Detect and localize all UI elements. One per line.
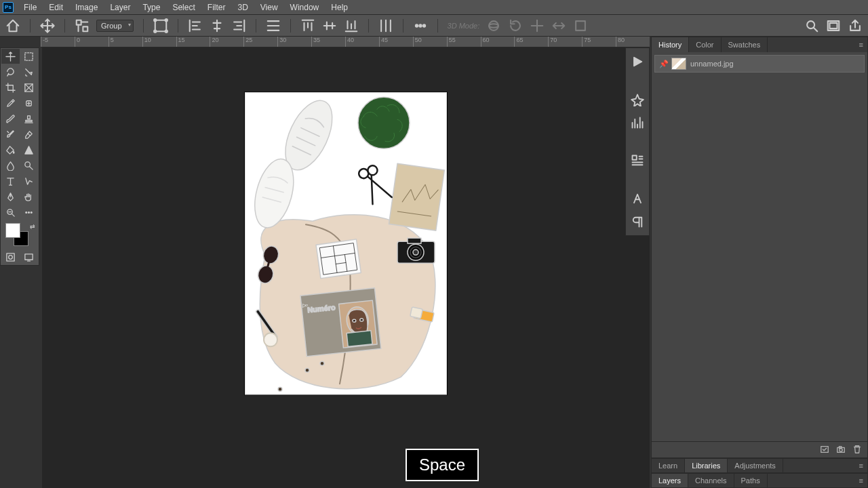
menubar: Ps File Edit Image Layer Type Select Fil… xyxy=(0,0,868,15)
tab-learn[interactable]: Learn xyxy=(652,459,685,472)
path-tool[interactable] xyxy=(20,174,39,188)
tab-libraries[interactable]: Libraries xyxy=(685,459,728,472)
bucket-tool[interactable] xyxy=(1,142,20,157)
dodge-tool[interactable] xyxy=(20,158,39,173)
menu-window[interactable]: Window xyxy=(284,1,326,14)
histogram-icon[interactable] xyxy=(631,116,644,129)
menu-filter[interactable]: Filter xyxy=(201,1,232,14)
swap-colors-icon[interactable]: ⇄ xyxy=(30,223,35,230)
ruler-horizontal[interactable]: -50510152025303540455055606570758085 xyxy=(41,37,650,47)
hand-tool[interactable] xyxy=(20,189,39,204)
svg-point-57 xyxy=(360,319,363,322)
menu-view[interactable]: View xyxy=(254,1,284,14)
color-swatch[interactable]: ⇄ xyxy=(1,222,38,247)
properties-icon[interactable] xyxy=(631,154,644,167)
tab-history[interactable]: History xyxy=(652,37,689,52)
separator xyxy=(368,19,369,33)
ruler-tick: 10 xyxy=(142,37,151,47)
new-snapshot-icon[interactable] xyxy=(820,445,829,455)
quickmask-tool[interactable] xyxy=(1,249,20,264)
frame-icon[interactable] xyxy=(826,18,841,33)
tab-color[interactable]: Color xyxy=(689,37,721,52)
character-icon[interactable] xyxy=(631,192,644,205)
more-options-icon[interactable] xyxy=(413,18,428,33)
history-thumbnail xyxy=(671,58,686,70)
document[interactable]: Numéro xyxy=(245,92,447,394)
pen-tool[interactable] xyxy=(1,189,20,204)
auto-select-icon[interactable] xyxy=(75,18,90,33)
history-brush-tool[interactable] xyxy=(1,127,20,142)
search-icon[interactable] xyxy=(804,18,819,33)
panel-menu-icon[interactable]: ≡ xyxy=(855,474,867,487)
align-left-icon[interactable] xyxy=(188,18,203,33)
screenmode-tool[interactable] xyxy=(20,249,39,264)
gradient-tool[interactable] xyxy=(20,142,39,157)
mode-label: 3D Mode: xyxy=(448,22,480,30)
distribute-icon[interactable] xyxy=(266,18,281,33)
svg-point-62 xyxy=(840,448,842,451)
tab-layers[interactable]: Layers xyxy=(652,474,688,487)
canvas-area[interactable]: Numéro ▫ xyxy=(42,47,650,488)
marquee-tool[interactable] xyxy=(20,49,39,64)
align-bottom-icon[interactable] xyxy=(344,18,359,33)
play-icon[interactable] xyxy=(631,55,644,68)
tab-swatches[interactable]: Swatches xyxy=(722,37,768,52)
separator xyxy=(30,19,31,33)
home-icon[interactable] xyxy=(5,18,20,33)
quick-select-tool[interactable] xyxy=(20,64,39,79)
pushpin-icon: 📌 xyxy=(659,60,667,68)
align-top-icon[interactable] xyxy=(300,18,315,33)
lasso-tool[interactable] xyxy=(1,64,20,79)
transform-controls-icon[interactable] xyxy=(153,18,168,33)
ruler-tick: 75 xyxy=(582,37,591,47)
eyedropper-tool[interactable] xyxy=(1,96,20,110)
menu-help[interactable]: Help xyxy=(325,1,354,14)
ruler-tick: 5 xyxy=(108,37,114,47)
foreground-color[interactable] xyxy=(5,223,20,238)
menu-file[interactable]: File xyxy=(18,1,43,14)
align-vcenter-icon[interactable] xyxy=(322,18,337,33)
frame-tool[interactable] xyxy=(20,80,39,95)
svg-rect-0 xyxy=(77,20,81,24)
zoom-tool[interactable] xyxy=(1,205,20,220)
menu-edit[interactable]: Edit xyxy=(43,1,69,14)
type-tool[interactable] xyxy=(1,174,20,188)
menu-select[interactable]: Select xyxy=(166,1,201,14)
menu-type[interactable]: Type xyxy=(136,1,166,14)
panel-menu-icon[interactable]: ≡ xyxy=(855,37,867,52)
navigator-icon[interactable] xyxy=(631,93,644,106)
align-right-icon[interactable] xyxy=(231,18,246,33)
menu-image[interactable]: Image xyxy=(69,1,104,14)
ruler-tick: 65 xyxy=(514,37,523,47)
share-icon[interactable] xyxy=(848,18,863,33)
svg-rect-43 xyxy=(408,238,421,243)
menu-3d[interactable]: 3D xyxy=(231,1,254,14)
auto-select-dropdown[interactable]: Group xyxy=(96,20,134,32)
tab-paths[interactable]: Paths xyxy=(734,474,768,487)
svg-rect-26 xyxy=(25,253,33,259)
svg-rect-2 xyxy=(155,20,166,31)
separator xyxy=(437,19,438,33)
panel-menu-icon[interactable]: ≡ xyxy=(855,459,867,472)
move-tool-icon[interactable] xyxy=(40,18,55,33)
svg-point-56 xyxy=(353,319,356,323)
blur-tool[interactable] xyxy=(1,158,20,173)
stamp-tool[interactable] xyxy=(20,111,39,126)
ruler-tick: 30 xyxy=(277,37,286,47)
menu-layer[interactable]: Layer xyxy=(104,1,136,14)
edit-toolbar[interactable] xyxy=(20,205,39,220)
distribute-v-icon[interactable] xyxy=(378,18,393,33)
crop-tool[interactable] xyxy=(1,80,20,95)
healing-tool[interactable] xyxy=(20,96,39,110)
camera-icon[interactable] xyxy=(836,445,846,455)
move-tool[interactable] xyxy=(1,49,20,64)
tab-channels[interactable]: Channels xyxy=(688,474,734,487)
brush-tool[interactable] xyxy=(1,111,20,126)
eraser-tool[interactable] xyxy=(20,127,39,142)
trash-icon[interactable] xyxy=(852,445,862,455)
paragraph-icon[interactable] xyxy=(631,215,644,228)
align-hcenter-icon[interactable] xyxy=(210,18,224,33)
svg-rect-16 xyxy=(25,52,33,60)
tab-adjustments[interactable]: Adjustments xyxy=(728,459,783,472)
history-item[interactable]: 📌 unnamed.jpg xyxy=(654,55,865,73)
